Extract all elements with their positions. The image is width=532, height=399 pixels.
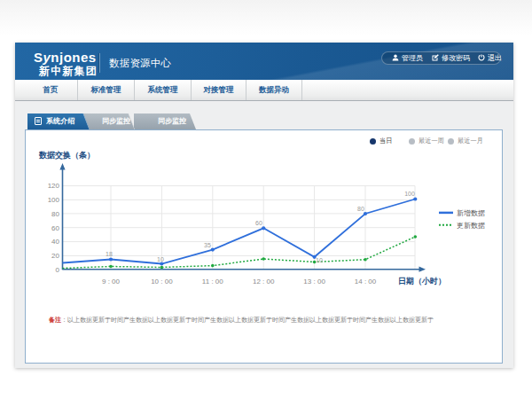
svg-text:0: 0: [56, 266, 60, 274]
svg-text:35: 35: [204, 242, 211, 248]
svg-text:日期（小时）: 日期（小时）: [398, 277, 446, 286]
svg-text:80: 80: [51, 210, 59, 218]
svg-text:10: 10: [316, 257, 323, 263]
svg-text:12 : 00: 12 : 00: [253, 278, 275, 286]
svg-text:18: 18: [106, 251, 113, 257]
svg-text:100: 100: [404, 191, 415, 197]
svg-text:120: 120: [48, 182, 60, 190]
svg-text:60: 60: [51, 224, 59, 232]
svg-text:80: 80: [357, 206, 364, 212]
svg-text:10 : 00: 10 : 00: [151, 278, 173, 286]
svg-text:60: 60: [255, 220, 262, 226]
svg-text:20: 20: [51, 252, 59, 260]
svg-text:更新数据: 更新数据: [457, 222, 485, 230]
svg-text:14 : 00: 14 : 00: [355, 278, 377, 286]
svg-text:9 : 00: 9 : 00: [102, 278, 121, 286]
svg-text:13 : 00: 13 : 00: [303, 278, 325, 286]
svg-text:新增数据: 新增数据: [457, 209, 485, 217]
svg-text:100: 100: [48, 196, 60, 204]
svg-text:40: 40: [51, 238, 59, 246]
svg-text:11 : 00: 11 : 00: [202, 278, 223, 286]
svg-text:10: 10: [157, 256, 164, 262]
